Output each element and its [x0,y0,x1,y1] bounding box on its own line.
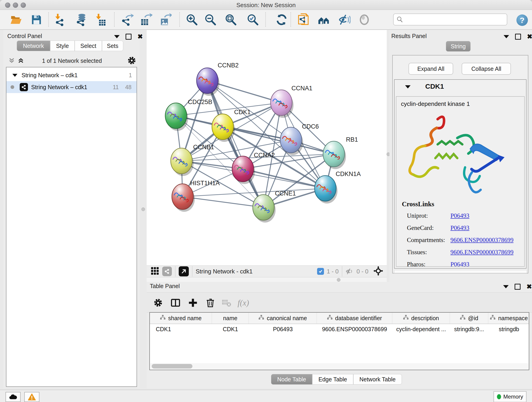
tab-select[interactable]: Select [75,41,102,51]
column-header-@id[interactable]: @id [450,313,488,324]
crosslink-link[interactable]: 9606.ENSP00000378699 [450,249,513,256]
zoom-fit-icon[interactable] [224,13,238,26]
birds-eye-view-icon[interactable] [151,267,159,276]
panel-close-icon[interactable]: ✖ [527,34,532,39]
column-header-description[interactable]: description [392,313,450,324]
table-cell[interactable]: stringdb [488,324,529,334]
tab-style[interactable]: Style [50,41,75,51]
open-in-browser-icon[interactable] [179,266,189,276]
panel-close-icon[interactable]: ✖ [526,284,532,289]
open-session-icon[interactable] [9,13,23,26]
column-header-namespace[interactable]: namespace [488,313,529,324]
zoom-in-icon[interactable] [185,13,199,26]
table-cell[interactable]: 9606.ENSP00000378699 [317,324,392,334]
show-graphics-details-icon[interactable] [357,13,371,26]
table-row[interactable]: CDK1CDK1P064939606.ENSP00000378699cyclin… [150,324,529,334]
column-header-name[interactable]: name [212,313,249,324]
network-edge-HIST1H1A-CCNE1[interactable] [183,197,264,207]
node-table[interactable]: shared namenamecanonical namedatabase id… [149,312,529,370]
column-header-shared-name[interactable]: shared name [150,313,212,324]
tab-network[interactable]: Network [17,41,50,51]
crosslink-link[interactable]: P06493 [450,261,469,267]
help-icon[interactable]: ? [516,14,528,26]
save-session-icon[interactable] [29,13,44,26]
tab-node-table[interactable]: Node Table [271,374,312,385]
column-header-database-identifier[interactable]: database identifier [317,313,392,324]
column-header-label: database identifier [335,315,382,322]
hidden-eye-icon[interactable] [346,268,354,275]
table-cell[interactable]: CDK1 [150,324,212,334]
collapse-all-button[interactable]: Collapse All [462,63,511,75]
show-column-selector-icon[interactable] [169,296,182,310]
export-image-icon[interactable] [158,13,172,26]
table-cell[interactable]: stringdb:9... [450,324,488,334]
splitter-grip[interactable] [337,278,341,282]
network-node-CCNE1[interactable]: CCNE1 [253,190,296,223]
expand-all-networks-icon[interactable] [17,57,24,65]
string-enrichment-icon[interactable] [162,267,172,276]
network-node-CDC6[interactable]: CDC6 [280,123,319,155]
panel-maximize-icon[interactable] [515,34,521,40]
table-header-row: shared namenamecanonical namedatabase id… [150,313,529,324]
import-network-from-database-icon[interactable] [74,13,89,26]
search-input[interactable] [403,16,507,23]
table-gear-icon[interactable] [151,296,165,310]
delete-column-icon[interactable] [203,296,217,310]
tab-sets[interactable]: Sets [102,41,123,51]
tab-network-table[interactable]: Network Table [353,374,402,385]
refresh-icon[interactable] [274,13,289,26]
show-all-networks-icon[interactable] [317,13,331,26]
crosslink-link[interactable]: P06493 [450,224,469,231]
network-column-icon [460,315,465,322]
warning-icon[interactable] [24,392,39,402]
panel-maximize-icon[interactable] [515,284,520,290]
panel-float-icon[interactable] [503,285,509,288]
memory-button[interactable]: Memory [494,391,526,402]
network-edge-count: 48 [125,84,132,90]
collapse-all-networks-icon[interactable] [8,57,15,65]
crosslink-row: Tissues:9606.ENSP00000378699 [407,249,521,256]
results-scrollbar-track[interactable] [394,270,527,273]
panel-maximize-icon[interactable] [126,34,132,40]
panel-close-icon[interactable]: ✖ [138,34,143,39]
table-cell[interactable]: P06493 [249,324,317,334]
column-header-canonical-name[interactable]: canonical name [249,313,317,324]
network-node-RB1[interactable]: RB1 [323,136,358,169]
zoom-selected-icon[interactable] [246,13,260,26]
export-network-icon[interactable] [120,13,134,26]
section-expander-icon[interactable] [405,85,411,89]
network-options-gear-icon[interactable] [127,56,137,66]
tree-expander-icon[interactable] [12,74,17,77]
tab-edge-table[interactable]: Edge Table [312,374,353,385]
table-cell[interactable]: CDK1 [212,324,249,334]
panel-float-icon[interactable] [504,35,509,38]
hide-selected-icon[interactable] [337,13,351,26]
crosslink-label: Compartments: [407,236,450,244]
table-cell[interactable]: cyclin-dependent ... [392,324,450,334]
table-hscrollbar[interactable] [150,363,528,369]
expand-all-button[interactable]: Expand All [409,63,453,75]
zoom-out-icon[interactable] [203,13,217,26]
export-table-icon[interactable] [139,13,153,26]
selected-checkbox-icon[interactable] [317,268,324,275]
crosslink-link[interactable]: P06493 [450,212,469,219]
crosslink-link[interactable]: 9606.ENSP00000378699 [450,236,513,244]
network-node-CCNB2[interactable]: CCNB2 [196,62,239,96]
network-node-CDKN1A[interactable]: CDKN1A [315,171,361,204]
import-network-icon[interactable] [52,13,66,26]
left-splitter-grip[interactable] [141,207,145,211]
horizontal-splitter[interactable] [147,277,387,282]
network-row-selected[interactable]: String Network – cdk1 11 48 [6,81,137,93]
add-column-icon[interactable] [186,296,200,310]
title-bar: Session: New Session [0,0,532,10]
network-canvas[interactable]: CCNB2CCNA1CDC25BCDK1CDC6RB1CCNB1CCNA2CDK… [147,30,387,265]
import-table-icon[interactable] [93,13,107,26]
cloud-icon[interactable] [6,392,21,402]
panel-float-icon[interactable] [114,35,120,38]
network-edge-CCNB2-CCNE1[interactable] [207,81,264,207]
fit-content-crosshair-icon[interactable] [374,266,383,277]
tab-string[interactable]: String [446,41,471,51]
table-hscrollbar-thumb[interactable] [152,364,192,369]
network-collection-row[interactable]: String Network – cdk1 1 [6,69,137,81]
clone-network-icon[interactable] [296,13,310,26]
